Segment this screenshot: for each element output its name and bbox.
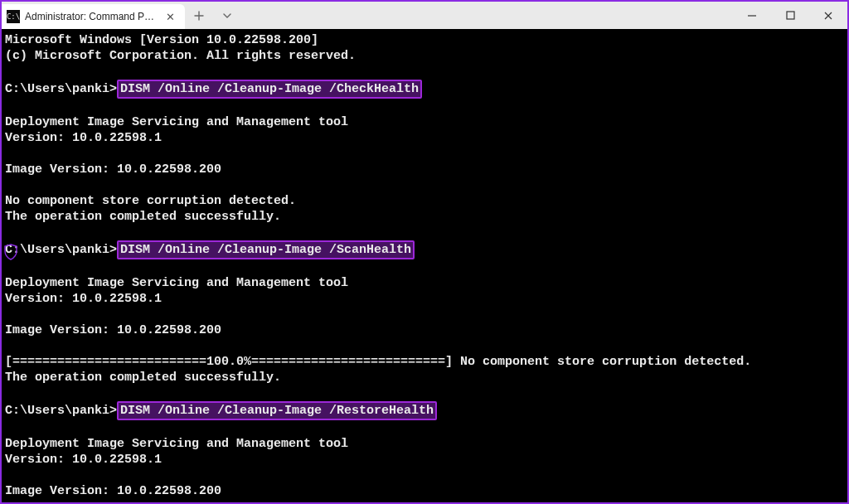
terminal-line: (c) Microsoft Corporation. All rights re… <box>5 48 844 64</box>
titlebar-drag-area[interactable] <box>241 2 733 29</box>
terminal-line: Deployment Image Servicing and Managemen… <box>5 436 844 452</box>
tab-command-prompt[interactable]: C:\ Administrator: Command Prom ✕ <box>2 4 185 29</box>
terminal-line: Image Version: 10.0.22598.200 <box>5 162 844 177</box>
highlighted-command: DISM /Online /Cleanup-Image /RestoreHeal… <box>117 401 437 420</box>
tab-title: Administrator: Command Prom <box>25 11 158 22</box>
close-button[interactable] <box>809 2 847 29</box>
terminal-line <box>5 468 844 483</box>
terminal-line: [==========================100.0%=======… <box>5 354 844 370</box>
terminal-line: Deployment Image Servicing and Managemen… <box>5 275 844 291</box>
terminal-line <box>5 259 844 275</box>
terminal-line <box>5 385 844 401</box>
terminal-line: No component store corruption detected. <box>5 193 844 209</box>
terminal-line: Deployment Image Servicing and Managemen… <box>5 114 844 130</box>
highlighted-command: DISM /Online /Cleanup-Image /CheckHealth <box>117 80 422 99</box>
terminal-line <box>5 99 844 114</box>
highlighted-command: DISM /Online /Cleanup-Image /ScanHealth <box>117 240 415 259</box>
terminal-line <box>5 177 844 193</box>
tab-close-button[interactable]: ✕ <box>163 12 178 22</box>
app-window: C:\ Administrator: Command Prom ✕ Micros… <box>0 0 849 504</box>
terminal-line <box>5 338 844 354</box>
terminal-line: Microsoft Windows [Version 10.0.22598.20… <box>5 32 844 48</box>
terminal-line: The operation completed successfully. <box>5 209 844 225</box>
tab-dropdown-button[interactable] <box>213 2 241 29</box>
shield-icon <box>3 244 18 260</box>
terminal-line <box>5 307 844 322</box>
terminal-line: The operation completed successfully. <box>5 370 844 385</box>
svg-rect-0 <box>787 12 794 19</box>
terminal-line: Version: 10.0.22598.1 <box>5 452 844 468</box>
terminal-prompt-line: C:\Users\panki>DISM /Online /Cleanup-Ima… <box>5 240 844 259</box>
terminal-line <box>5 146 844 162</box>
maximize-button[interactable] <box>771 2 809 29</box>
new-tab-button[interactable] <box>185 2 213 29</box>
terminal-line <box>5 64 844 80</box>
terminal-line: Version: 10.0.22598.1 <box>5 130 844 146</box>
terminal-output[interactable]: Microsoft Windows [Version 10.0.22598.20… <box>2 29 847 502</box>
titlebar: C:\ Administrator: Command Prom ✕ <box>2 2 847 29</box>
minimize-button[interactable] <box>733 2 771 29</box>
terminal-line <box>5 420 844 436</box>
terminal-prompt-line: C:\Users\panki>DISM /Online /Cleanup-Ima… <box>5 80 844 99</box>
terminal-icon: C:\ <box>7 10 20 23</box>
terminal-line: Version: 10.0.22598.1 <box>5 291 844 307</box>
terminal-line: Image Version: 10.0.22598.200 <box>5 322 844 338</box>
terminal-line <box>5 499 844 502</box>
terminal-prompt-line: C:\Users\panki>DISM /Online /Cleanup-Ima… <box>5 401 844 420</box>
terminal-line: Image Version: 10.0.22598.200 <box>5 483 844 499</box>
terminal-line <box>5 225 844 240</box>
